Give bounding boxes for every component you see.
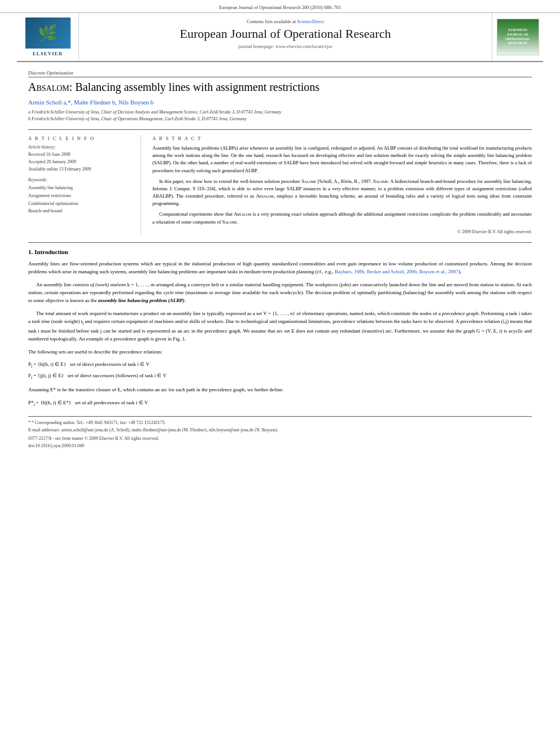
journal-banner: ELSEVIER Contents lists available at Sci… [17,13,543,62]
intro-para4: The following sets are useful to describ… [28,348,532,356]
math-formulas: Pi = {h|(h, i) ∈ E} set of direct predec… [28,360,532,381]
abstract-heading: A B S T R A C T [152,136,532,141]
intro-para2: An assembly line consists of (work) stat… [28,281,532,305]
math-formula-1: Pi = {h|(h, i) ∈ E} set of direct predec… [28,360,150,370]
copyright-line: © 2009 Elsevier B.V. All rights reserved… [152,229,532,234]
intro-heading: 1. Introduction [28,248,532,255]
title-smallcaps: Absalom [28,81,69,93]
introduction-section: 1. Introduction Assembly lines are flow-… [28,242,532,408]
abstract-para3: Computational experiments show that Absa… [152,211,532,225]
abstract-para1: Assembly line balancing problems (ALBPs)… [152,145,532,174]
email-footnote: E-mail addresses: armin.scholl@uni-jena.… [28,427,532,434]
journal-citation: European Journal of Operational Research… [0,0,560,13]
abstract-col: A B S T R A C T Assembly line balancing … [152,136,532,234]
affiliation-a: a Friedrich-Schiller-University of Jena,… [28,109,532,116]
authors-line: Armin Scholl a,*, Malte Fliedner b, Nils… [28,99,532,106]
math-formula-3: P*i = {h|(h, i) ∈ E*} set of all predece… [28,399,148,409]
accepted-date: Accepted 28 January 2009 [28,159,134,166]
article-dates: Received 16 June 2008 Accepted 28 Januar… [28,151,134,173]
info-abstract-section: A R T I C L E I N F O Article history: R… [28,129,532,234]
affiliations: a Friedrich-Schiller-University of Jena,… [28,109,532,123]
intro-para3: The total amount of work required to man… [28,309,532,343]
intro-para5: Assuming E* to be the transitive closure… [28,386,532,394]
keywords-label: Keywords: [28,177,134,182]
math-line-2: Fi = {j|(i, j) ∈ E} set of direct succes… [28,372,532,382]
math-formula-2: Fi = {j|(i, j) ∈ E} set of direct succes… [28,372,167,382]
page-footer: * * Corresponding author. Tel.: +49 3641… [28,416,532,448]
elsevier-logo: ELSEVIER [25,18,71,56]
title-rest: : Balancing assembly lines with assignme… [69,81,320,93]
issn-line: 0377-2217/$ - see front matter © 2009 El… [28,436,532,441]
affiliation-b: b Friedrich-Schiller-University of Jena,… [28,116,532,123]
page: European Journal of Operational Research… [0,0,560,747]
article-info-heading: A R T I C L E I N F O [28,136,134,141]
keyword-1: Assembly line balancing [28,184,134,192]
elsevier-logo-image [25,18,71,49]
math-line-3: P*i = {h|(h, i) ∈ E*} set of all predece… [28,399,532,409]
math-formula-3-section: P*i = {h|(h, i) ∈ E*} set of all predece… [28,399,532,409]
doi-line: doi:10.1016/j.ejor.2009.01.049 [28,443,532,448]
keywords-list: Assembly line balancing Assignment restr… [28,184,134,215]
history-label: Article history: [28,145,134,150]
ref-baybars[interactable]: Baybars, 1986; [335,269,366,274]
corresponding-note: * * Corresponding author. Tel.: +49 3641… [28,420,532,425]
sciencedirect-line: Contents lists available at ScienceDirec… [90,19,480,24]
elsevier-brand-text: ELSEVIER [25,51,71,56]
abstract-text: Assembly line balancing problems (ALBPs)… [152,145,532,226]
received-date: Received 16 June 2008 [28,151,134,159]
elsevier-logo-area: ELSEVIER [17,13,79,61]
ref-becker[interactable]: Becker and Scholl, 2006; Boysen et al., … [367,269,458,274]
math-line-1: Pi = {h|(h, i) ∈ E} set of direct predec… [28,360,532,370]
intro-para1: Assembly lines are flow-oriented product… [28,260,532,276]
journal-title-area: Contents lists available at ScienceDirec… [79,13,492,61]
keyword-4: Branch-and-bound [28,207,134,215]
section-label: Discrete Optimization [28,70,532,77]
journal-homepage: journal homepage: www.elsevier.com/locat… [90,43,480,49]
ejor-logo-text: EUROPEANJOURNAL OFOPERATIONALRESEARCH [505,28,530,46]
abstract-para2: In this paper, we show how to extend the… [152,178,532,208]
article-title: Absalom: Balancing assembly lines with a… [28,80,532,94]
sciencedirect-link[interactable]: ScienceDirect [297,19,324,24]
available-date: Available online 13 February 2009 [28,166,134,173]
ejor-logo-image: EUROPEANJOURNAL OFOPERATIONALRESEARCH [497,19,539,55]
keyword-3: Combinatorial optimization [28,200,134,208]
keyword-2: Assignment restrictions [28,192,134,200]
ejor-logo-area: EUROPEANJOURNAL OFOPERATIONALRESEARCH [492,13,543,61]
article-info-col: A R T I C L E I N F O Article history: R… [28,136,141,234]
journal-title: European Journal of Operational Research [90,27,480,41]
article-body: Discrete Optimization Absalom: Balancing… [0,62,560,460]
